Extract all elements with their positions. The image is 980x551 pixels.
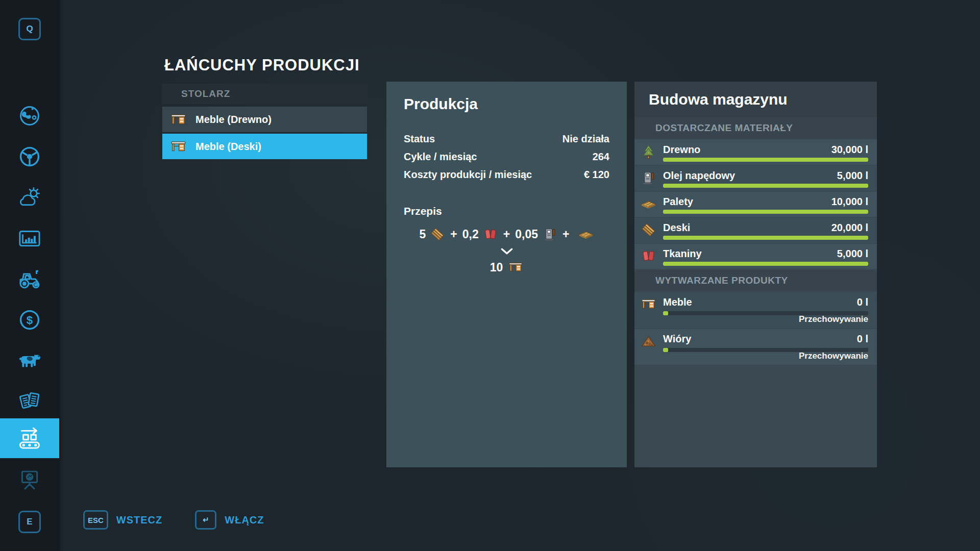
plus-sign: +	[450, 228, 457, 241]
material-row-olej: Olej napędowy 5,000 l	[634, 166, 877, 191]
activate-button[interactable]: ↵ WŁĄCZ	[195, 510, 264, 530]
fill-level-bar	[663, 210, 868, 214]
material-name: Tkaniny	[663, 248, 702, 260]
stat-label: Koszty produkcji / miesiąc	[404, 169, 532, 181]
key-hint-q: Q	[0, 9, 59, 49]
easel-icon	[16, 466, 43, 494]
product-row-wiory: Wióry 0 l Przechowywanie	[634, 329, 877, 365]
chain-item-meble-drewno[interactable]: Meble (Drewno)	[162, 107, 367, 132]
product-value: 0 l	[857, 333, 868, 345]
fill-level	[663, 184, 868, 188]
boards-icon	[641, 222, 656, 238]
material-name: Palety	[663, 196, 693, 208]
sidebar-item-statistics[interactable]	[0, 218, 59, 258]
dollar-icon	[16, 306, 43, 334]
material-value: 10,000 l	[831, 196, 868, 208]
product-value: 0 l	[857, 296, 868, 308]
recipe-inputs: 5 + 0,2 + 0,05 +	[404, 227, 609, 242]
chevron-down-icon	[500, 247, 513, 255]
sidebar-item-vehicles[interactable]	[0, 259, 59, 299]
material-value: 5,000 l	[837, 170, 868, 182]
stat-row-cycles: Cykle / miesiąc 264	[404, 151, 609, 163]
globe-icon	[16, 102, 43, 130]
sidebar-item-map[interactable]	[0, 96, 59, 136]
q-key-badge: Q	[18, 18, 41, 40]
chain-group-header: STOLARZ	[162, 84, 367, 104]
sidebar-item-production-chains[interactable]	[0, 418, 59, 458]
material-value: 5,000 l	[837, 248, 868, 260]
fill-level	[663, 311, 668, 315]
weather-icon	[16, 184, 43, 211]
boards-icon	[430, 227, 445, 242]
fill-level	[663, 262, 868, 266]
activate-label: WŁĄCZ	[225, 514, 264, 526]
distribution-mode-label: Przechowywanie	[799, 351, 868, 361]
back-button[interactable]: ESC WSTECZ	[83, 510, 162, 530]
sidebar-item-animals[interactable]	[0, 341, 59, 381]
steering-wheel-icon	[16, 143, 43, 170]
product-name: Meble	[663, 296, 692, 308]
sidebar: Q E	[0, 0, 59, 551]
production-panel: Produkcja Status Nie działa Cykle / mies…	[386, 82, 627, 467]
sidebar-item-finances[interactable]	[0, 300, 59, 340]
storage-panel-title: Budowa magazynu	[634, 82, 877, 117]
material-name: Deski	[663, 222, 690, 234]
recipe-arrow	[404, 247, 609, 255]
furniture-icon	[508, 260, 523, 275]
key-hint-e: E	[0, 502, 59, 542]
cow-icon	[16, 347, 43, 374]
stat-label: Cykle / miesiąc	[404, 151, 477, 163]
page-title: ŁAŃCUCHY PRODUKCJI	[164, 56, 360, 74]
stat-value: € 120	[584, 169, 609, 181]
stat-value: Nie działa	[562, 133, 609, 145]
product-name: Wióry	[663, 333, 691, 345]
recipe-amount: 10	[490, 261, 503, 274]
recipe-output: 10	[404, 260, 609, 275]
fill-level-bar	[663, 158, 868, 162]
recipe-amount: 0,05	[515, 228, 538, 241]
fill-level	[663, 158, 868, 162]
fill-level-bar	[663, 236, 868, 240]
stat-row-costs: Koszty produkcji / miesiąc € 120	[404, 169, 609, 181]
storage-panel: Budowa magazynu DOSTARCZANE MATERIAŁY Dr…	[634, 82, 877, 467]
chain-item-label: Meble (Deski)	[195, 141, 261, 153]
material-value: 20,000 l	[831, 222, 868, 234]
material-row-drewno: Drewno 30,000 l	[634, 140, 877, 165]
e-key-badge: E	[18, 511, 41, 533]
recipe-amount: 0,2	[462, 228, 479, 241]
material-value: 30,000 l	[831, 144, 868, 156]
tree-icon	[641, 144, 656, 160]
production-panel-title: Produkcja	[404, 95, 609, 113]
pallet-icon	[641, 196, 656, 212]
material-row-deski: Deski 20,000 l	[634, 218, 877, 243]
enter-key-badge: ↵	[195, 510, 216, 530]
sidebar-item-weather[interactable]	[0, 178, 59, 217]
stat-row-status: Status Nie działa	[404, 133, 609, 145]
product-row-meble: Meble 0 l Przechowywanie	[634, 292, 877, 328]
sidebar-item-help[interactable]	[0, 460, 59, 500]
sidebar-item-contracts[interactable]	[0, 382, 59, 421]
fill-level	[663, 236, 868, 240]
fill-level-bar	[663, 262, 868, 266]
material-name: Olej napędowy	[663, 170, 735, 182]
sidebar-item-garage[interactable]	[0, 137, 59, 177]
furniture-icon	[170, 111, 187, 128]
footer-hints: ESC WSTECZ ↵ WŁĄCZ	[83, 510, 264, 530]
conveyor-icon	[16, 424, 43, 452]
fill-level-bar	[663, 184, 868, 188]
production-chain-list: STOLARZ Meble (Drewno) Meble (Deski)	[162, 84, 367, 161]
tractor-icon	[16, 265, 43, 293]
chain-item-label: Meble (Drewno)	[195, 114, 272, 126]
material-row-tkaniny: Tkaniny 5,000 l	[634, 244, 877, 269]
distribution-mode-label: Przechowywanie	[799, 314, 868, 324]
fabric-icon	[483, 227, 498, 242]
stat-label: Status	[404, 133, 435, 145]
back-label: WSTECZ	[116, 514, 162, 526]
bar-chart-icon	[16, 224, 43, 252]
esc-key-badge: ESC	[83, 510, 108, 530]
material-name: Drewno	[663, 144, 700, 156]
woodchips-icon	[641, 333, 656, 349]
chain-item-meble-deski[interactable]: Meble (Deski)	[162, 134, 367, 159]
material-row-palety: Palety 10,000 l	[634, 192, 877, 217]
fill-level	[663, 348, 668, 352]
